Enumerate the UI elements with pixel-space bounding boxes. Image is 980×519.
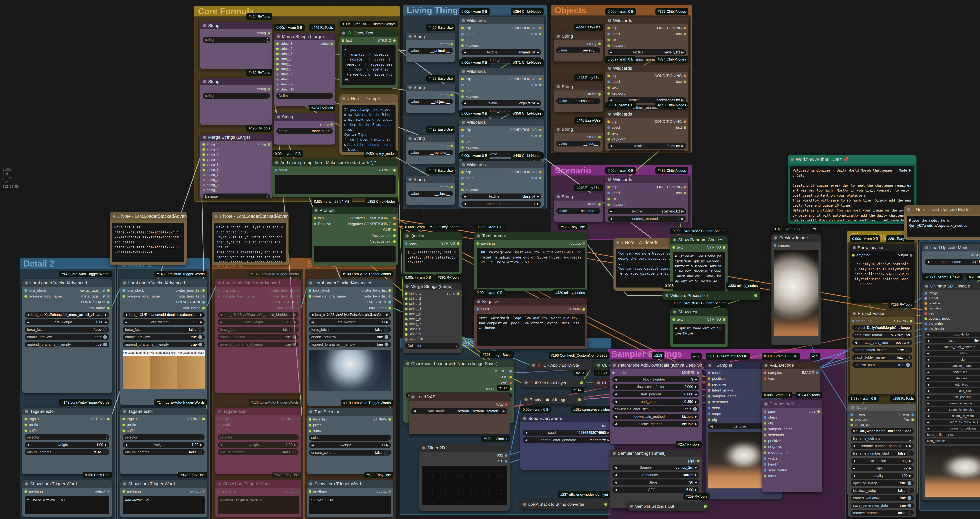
input-socket[interactable]: clip xyxy=(461,26,471,30)
output-output-dot[interactable] xyxy=(107,490,110,493)
node-header[interactable]: LoraLoaderStackedAdvanced xyxy=(120,279,207,287)
node-header[interactable]: Ultimate SD Upscale xyxy=(923,283,980,290)
combo-right-arrow[interactable]: ▶ xyxy=(294,313,296,316)
widget-value[interactable]: true xyxy=(900,481,906,485)
node-header[interactable]: Merge Strings (Large) xyxy=(274,33,335,40)
input-socket[interactable]: string_1 xyxy=(276,42,292,46)
toggle-knob[interactable] xyxy=(905,348,910,352)
widget-filename_number_start[interactable]: filename_number_startfalse xyxy=(851,451,914,456)
input-socket[interactable]: text xyxy=(607,197,618,201)
output-socket[interactable]: civitai_tags_list xyxy=(362,288,391,293)
widget-relative_path[interactable]: relative_pathtrue xyxy=(852,362,912,368)
widget-value[interactable]: 1.00 xyxy=(286,443,293,447)
widget-value[interactable]: 4x-UltraSharp.pth xyxy=(972,260,980,264)
node-noteA[interactable]: ↓ Note - LoraLoaderStackedAdvanced Style… xyxy=(110,212,186,265)
widget-value[interactable]: true xyxy=(377,335,383,339)
STRING-output-dot[interactable] xyxy=(393,169,396,172)
collapse-dot[interactable] xyxy=(123,281,126,284)
pipe-input-dot[interactable] xyxy=(764,410,767,413)
anything-input-dot[interactable] xyxy=(217,490,220,493)
seed-input-dot[interactable] xyxy=(461,177,464,179)
meta_tags_list-output-dot[interactable] xyxy=(388,295,391,298)
keyword-input-dot[interactable] xyxy=(607,92,610,95)
input-socket[interactable]: string_3 xyxy=(202,152,218,157)
combo-left-arrow[interactable]: ◀ xyxy=(464,102,466,105)
widget-Delimiter[interactable]: Delimiter| xyxy=(203,194,270,198)
combo-left-arrow[interactable]: ◀ xyxy=(220,313,222,316)
combo-left-arrow[interactable]: ◀ xyxy=(525,431,527,434)
widget-force_fetch[interactable]: force_fetchfalse xyxy=(218,327,299,333)
anything-input-dot[interactable] xyxy=(122,490,125,493)
collapse-dot[interactable] xyxy=(342,97,345,100)
clip-input-dot[interactable] xyxy=(461,171,464,174)
input-socket[interactable]: keyword xyxy=(461,94,479,99)
input-socket[interactable]: string_6 xyxy=(276,67,292,71)
loras-input-dot[interactable] xyxy=(764,475,767,478)
string-output-dot[interactable] xyxy=(450,186,453,189)
widget-denoise[interactable]: ◀denoise0.20▶ xyxy=(925,376,980,381)
collapse-dot[interactable] xyxy=(613,452,616,455)
string-output-dot[interactable] xyxy=(450,144,453,148)
collapse-dot[interactable] xyxy=(123,410,126,413)
input-socket[interactable]: tags_list xyxy=(309,417,327,421)
node-header[interactable]: TagsSelector xyxy=(22,408,112,415)
node-header[interactable]: String xyxy=(406,84,455,91)
input-socket[interactable]: positive xyxy=(924,302,940,305)
input-socket[interactable]: text xyxy=(672,245,683,249)
widget-seam_fix_width[interactable]: ◀seam_fix_width64▶ xyxy=(925,413,980,419)
widget-value[interactable]: 0.80 xyxy=(191,320,198,324)
widget-entries_returned[interactable]: ◀entries_returned1▶ xyxy=(608,151,686,151)
output-socket[interactable]: output xyxy=(95,489,110,494)
combo-left-arrow[interactable]: ◀ xyxy=(414,409,416,413)
negative-input-dot[interactable] xyxy=(924,307,927,310)
collapse-dot[interactable] xyxy=(406,362,409,365)
widget-value[interactable]: 4 xyxy=(905,444,907,448)
output-socket[interactable]: lora_name xyxy=(183,306,205,310)
cfg-input-dot[interactable] xyxy=(708,418,711,421)
workflow-canvas[interactable]: Core FormulaLiving ThingsObjectsScenario… xyxy=(0,0,980,519)
input-socket[interactable]: anything xyxy=(476,241,495,246)
input-socket[interactable]: seed xyxy=(607,125,620,130)
widget-ensure_comma[interactable]: ensure_commafalse xyxy=(123,449,205,455)
output-socket[interactable]: text xyxy=(531,32,542,36)
combo-right-arrow[interactable]: ▶ xyxy=(909,444,912,448)
Positive CONDITIONING-output-dot[interactable] xyxy=(393,217,396,219)
node-header[interactable]: String xyxy=(406,135,455,142)
widget-selector[interactable]: selector: xyxy=(218,434,299,440)
suffix-input-dot[interactable] xyxy=(24,429,27,432)
node-s446[interactable]: #446 Easy-UseStringstringvalue__food__ xyxy=(554,126,603,152)
widget-entries_returned[interactable]: ◀entries_returned1▶ xyxy=(461,201,541,207)
anything-input-dot[interactable] xyxy=(476,242,479,245)
combo-left-arrow[interactable]: ◀ xyxy=(610,217,612,221)
combo-left-arrow[interactable]: ◀ xyxy=(854,341,857,344)
widget-value[interactable]: true xyxy=(900,503,906,508)
input-socket[interactable]: anything xyxy=(309,489,327,494)
output-socket[interactable]: STRING xyxy=(894,319,913,323)
batch_no-input-dot[interactable] xyxy=(852,320,855,322)
widget-value[interactable]: XL\Enhance\add-detail-xl.safetensors xyxy=(140,313,198,317)
combo-left-arrow[interactable]: ◀ xyxy=(615,422,617,426)
widget-string[interactable]: stringmade out of xyxy=(276,128,333,134)
node-header[interactable]: String xyxy=(554,83,603,90)
node-header[interactable]: Load Upscale Model xyxy=(923,244,980,251)
combo-right-arrow[interactable]: ▶ xyxy=(681,210,684,213)
files-output-dot[interactable] xyxy=(911,418,914,421)
collapse-dot[interactable] xyxy=(123,482,126,486)
widget-lora_weight[interactable]: ◀lora_weight0.80▶ xyxy=(123,319,205,325)
collapse-dot[interactable] xyxy=(608,67,611,70)
string-output-dot[interactable] xyxy=(267,32,270,35)
combo-right-arrow[interactable]: ▶ xyxy=(105,321,107,324)
VAE-output-dot[interactable] xyxy=(509,381,512,384)
node-header[interactable]: ↓ Note - LoraLoaderStackedAdvanced Style… xyxy=(212,212,288,221)
node-prompts352[interactable]: 0.53s - vram 28.04 MB#352 Chibi-NodesPro… xyxy=(312,207,398,265)
combo-right-arrow[interactable]: ▶ xyxy=(695,481,697,484)
widget-value[interactable]: postfix xyxy=(896,341,906,345)
input-socket[interactable]: modelname xyxy=(764,451,788,455)
node-patch62[interactable]: #62PatchModelAddDownscale (Kohya Deep Sh… xyxy=(610,362,702,444)
node-lls148[interactable]: #148 Lora-Auto-Trigger-WordsLoraLoaderSt… xyxy=(22,279,112,393)
combo-left-arrow[interactable]: ◀ xyxy=(610,51,612,54)
string_3-input-dot[interactable] xyxy=(202,153,205,156)
steps-input-dot[interactable] xyxy=(764,416,767,419)
widget-value[interactable]: _ xyxy=(910,436,912,441)
input-socket[interactable]: clip xyxy=(313,216,324,220)
